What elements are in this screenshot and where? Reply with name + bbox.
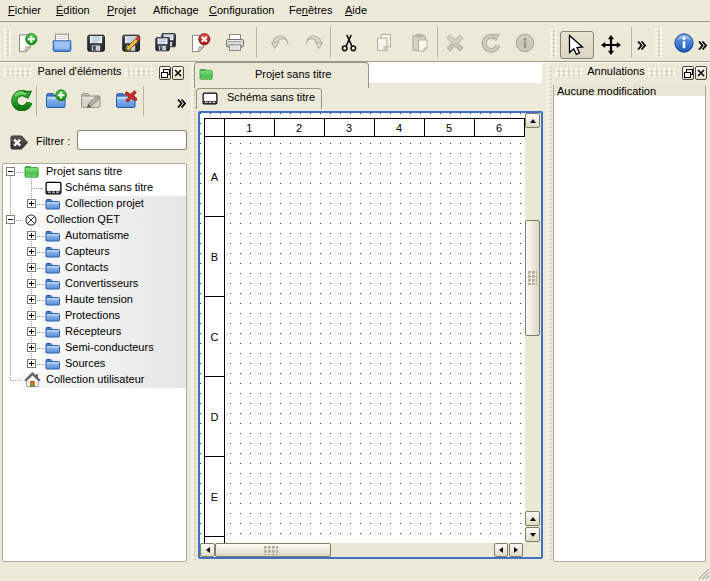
svg-text:5: 5 [446, 122, 452, 134]
svg-text:E: E [211, 491, 218, 503]
svg-text:B: B [211, 251, 218, 263]
svg-text:C: C [211, 331, 219, 343]
svg-text:1: 1 [246, 122, 252, 134]
svg-text:A: A [211, 171, 219, 183]
svg-text:3: 3 [346, 122, 352, 134]
svg-text:4: 4 [396, 122, 402, 134]
svg-text:2: 2 [296, 122, 302, 134]
svg-text:D: D [211, 411, 219, 423]
svg-text:6: 6 [496, 122, 502, 134]
